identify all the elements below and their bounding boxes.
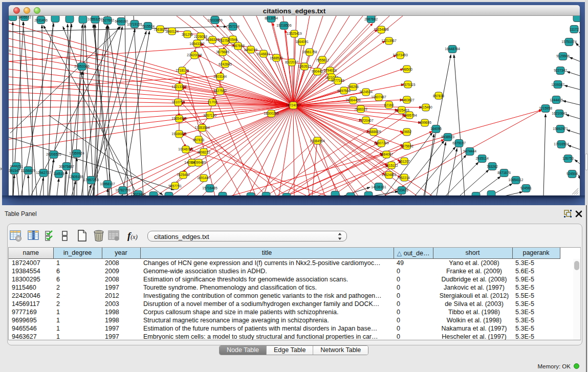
svg-text:19384554: 19384554 (310, 139, 325, 143)
svg-text:16033809: 16033809 (207, 18, 223, 22)
svg-text:12213363: 12213363 (171, 85, 187, 89)
svg-text:12375115: 12375115 (401, 83, 416, 86)
svg-text:10046798: 10046798 (178, 147, 193, 151)
svg-text:7986322: 7986322 (354, 107, 367, 111)
svg-text:7357224: 7357224 (226, 25, 239, 28)
svg-text:20364436: 20364436 (345, 98, 361, 102)
svg-text:1209387: 1209387 (551, 83, 564, 86)
svg-text:10688609: 10688609 (366, 130, 381, 134)
svg-text:13353594: 13353594 (194, 126, 210, 129)
svg-text:10607487: 10607487 (371, 95, 386, 99)
svg-text:252214: 252214 (399, 176, 410, 180)
svg-text:21700: 21700 (208, 100, 217, 104)
svg-text:13495794: 13495794 (402, 114, 417, 117)
svg-text:1733426: 1733426 (395, 188, 408, 192)
svg-text:2031406: 2031406 (34, 18, 48, 22)
svg-text:6242845: 6242845 (219, 62, 232, 66)
svg-text:15720407: 15720407 (358, 119, 374, 122)
svg-text:1610755: 1610755 (171, 100, 185, 104)
svg-text:2718176: 2718176 (176, 69, 189, 72)
svg-text:990443: 990443 (312, 70, 323, 73)
svg-text:1691447: 1691447 (197, 176, 210, 180)
svg-text:18300295: 18300295 (264, 112, 279, 115)
svg-text:3267130: 3267130 (203, 114, 216, 117)
svg-text:114519: 114519 (53, 172, 64, 176)
svg-text:15751074: 15751074 (561, 40, 577, 43)
svg-text:1244415: 1244415 (550, 98, 563, 102)
svg-text:2087682: 2087682 (364, 17, 378, 21)
svg-text:6466160: 6466160 (115, 19, 128, 23)
svg-text:10958107: 10958107 (100, 182, 115, 186)
svg-text:15716485: 15716485 (202, 186, 217, 190)
svg-text:8471676: 8471676 (497, 171, 511, 174)
svg-text:16210643: 16210643 (552, 112, 567, 115)
svg-text:10719155: 10719155 (127, 23, 142, 26)
svg-text:8454749: 8454749 (244, 48, 257, 52)
svg-text:2656019: 2656019 (9, 49, 11, 53)
svg-text:924504: 924504 (567, 172, 578, 176)
svg-text:9857791: 9857791 (168, 184, 182, 188)
svg-text:1405572: 1405572 (18, 16, 31, 19)
svg-text:19166825: 19166825 (171, 132, 187, 136)
svg-text:3684067: 3684067 (380, 152, 393, 156)
svg-text:8186323: 8186323 (206, 38, 219, 41)
svg-text:164095: 164095 (430, 127, 442, 130)
svg-text:857833: 857833 (193, 138, 204, 142)
svg-text:9227342: 9227342 (554, 69, 567, 72)
svg-text:16648784: 16648784 (445, 47, 460, 51)
svg-text:6497508: 6497508 (337, 89, 351, 93)
svg-text:19652: 19652 (402, 130, 412, 134)
svg-text:3624534: 3624534 (359, 90, 373, 94)
svg-text:1588520: 1588520 (270, 56, 283, 60)
svg-text:29053346: 29053346 (74, 64, 90, 68)
svg-text:10973493: 10973493 (393, 53, 408, 57)
svg-text:17957253: 17957253 (83, 178, 99, 182)
svg-text:15692971: 15692971 (553, 127, 568, 130)
svg-text:8938923: 8938923 (441, 135, 454, 139)
svg-text:14099489: 14099489 (191, 161, 206, 164)
svg-text:16961758: 16961758 (302, 50, 317, 54)
svg-text:13524851: 13524851 (381, 173, 397, 177)
svg-text:7515524: 7515524 (141, 25, 155, 28)
svg-text:19654985: 19654985 (171, 117, 187, 120)
svg-text:9146821: 9146821 (257, 52, 270, 56)
svg-text:16782759: 16782759 (115, 188, 130, 192)
svg-text:1975692: 1975692 (400, 144, 413, 148)
svg-text:11156829: 11156829 (21, 169, 36, 172)
svg-text:748500: 748500 (401, 68, 412, 71)
svg-text:2935114: 2935114 (475, 157, 489, 160)
svg-text:18724007: 18724007 (286, 103, 301, 107)
svg-text:8322037: 8322037 (285, 60, 298, 64)
svg-text:10654112: 10654112 (509, 178, 524, 182)
svg-text:12213967: 12213967 (381, 39, 397, 42)
svg-text:13525419: 13525419 (287, 32, 302, 35)
svg-text:9474444: 9474444 (463, 149, 476, 153)
svg-text:19218506: 19218506 (276, 24, 292, 27)
svg-text:9699695: 9699695 (418, 121, 431, 124)
svg-text:12505155: 12505155 (68, 175, 83, 179)
svg-text:746266: 746266 (347, 85, 359, 89)
svg-text:20546: 20546 (228, 38, 238, 41)
svg-text:14463627: 14463627 (399, 98, 415, 102)
svg-text:1864091: 1864091 (295, 40, 309, 43)
svg-text:3675685: 3675685 (216, 50, 229, 54)
svg-text:1615112: 1615112 (385, 164, 398, 167)
svg-text:763262: 763262 (487, 165, 498, 168)
svg-text:7625402: 7625402 (177, 173, 190, 177)
svg-text:1362615: 1362615 (298, 64, 311, 68)
svg-text:924561: 924561 (520, 186, 532, 190)
svg-text:1527602: 1527602 (101, 18, 114, 22)
svg-text:30975887: 30975887 (59, 165, 74, 168)
svg-text:15023446: 15023446 (130, 192, 146, 195)
svg-text:126753: 126753 (562, 157, 574, 160)
svg-text:11172: 11172 (570, 28, 579, 31)
svg-text:17359924: 17359924 (69, 151, 84, 155)
svg-text:9777169: 9777169 (331, 79, 344, 82)
svg-text:391547: 391547 (9, 169, 20, 172)
svg-text:14136161: 14136161 (371, 185, 386, 189)
svg-text:3960124: 3960124 (165, 30, 179, 33)
svg-text:2367608: 2367608 (231, 44, 245, 48)
svg-text:16543392: 16543392 (189, 42, 205, 46)
svg-text:7955812: 7955812 (316, 58, 329, 62)
svg-text:161207: 161207 (399, 160, 410, 163)
